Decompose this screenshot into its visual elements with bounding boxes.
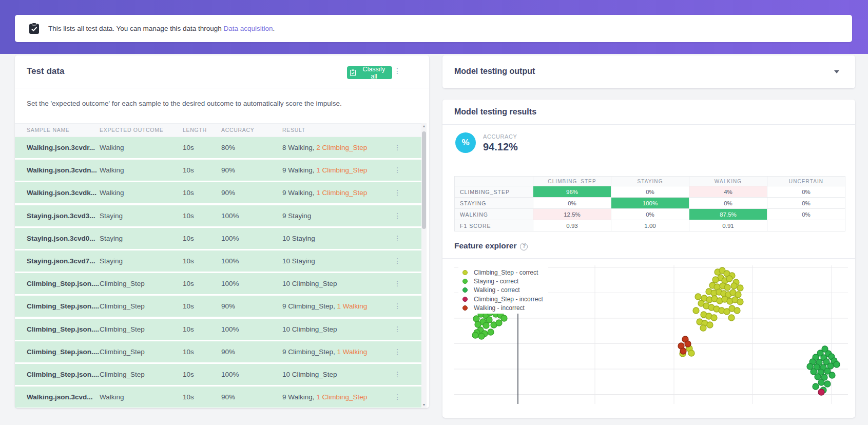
scrollbar-thumb[interactable] (422, 131, 426, 229)
legend-item[interactable]: Climbing_Step - incorrect (459, 295, 543, 303)
data-point[interactable] (688, 350, 695, 356)
data-point[interactable] (712, 277, 719, 283)
scroll-down-icon[interactable]: ▼ (421, 402, 427, 408)
classify-all-button[interactable]: Classify all (347, 66, 392, 79)
data-point[interactable] (726, 276, 732, 282)
row-menu-icon[interactable]: ⋮ (392, 228, 402, 249)
data-acquisition-link[interactable]: Data acquisition (223, 25, 273, 32)
table-row[interactable]: Walking.json.3cvd...Walking10s90%9 Walki… (15, 387, 422, 408)
table-row[interactable]: Climbing_Step.json....Climbing_Step10s10… (15, 364, 422, 385)
row-menu-icon[interactable]: ⋮ (392, 182, 402, 203)
data-point[interactable] (834, 361, 840, 368)
scroll-up-icon[interactable]: ▲ (421, 123, 427, 129)
table-row[interactable]: Climbing_Step.json....Climbing_Step10s90… (15, 341, 422, 362)
cell-sample-name: Staying.json.3cvd3... (27, 205, 95, 226)
cell-length: 10s (183, 137, 194, 158)
data-point[interactable] (486, 317, 492, 323)
data-point[interactable] (478, 333, 485, 339)
data-point[interactable] (815, 374, 821, 380)
data-point[interactable] (724, 284, 730, 291)
legend-item[interactable]: Climbing_Step - correct (459, 268, 543, 277)
data-point[interactable] (695, 294, 701, 300)
result-correct: 9 Walking, (282, 166, 315, 174)
data-point[interactable] (737, 299, 743, 305)
data-point[interactable] (680, 348, 686, 354)
legend-item[interactable]: Walking - incorrect (459, 304, 543, 313)
result-incorrect: 1 Walking (335, 302, 368, 310)
feature-explorer-chart[interactable]: Climbing_Step - correctStaying - correct… (454, 265, 848, 404)
help-icon[interactable]: ? (520, 243, 528, 250)
table-row[interactable]: Staying.json.3cvd0...Staying10s100%10 St… (15, 228, 422, 249)
result-incorrect: 1 Walking (335, 348, 368, 356)
data-point[interactable] (737, 285, 743, 291)
result-correct: 10 Climbing_Step (282, 325, 337, 333)
table-row[interactable]: Walking.json.3cvdn...Walking10s90%9 Walk… (15, 160, 422, 181)
data-point[interactable] (707, 322, 713, 328)
data-point[interactable] (818, 389, 824, 395)
confusion-matrix: CLIMBING_STEPSTAYINGWALKINGUNCERTAINCLIM… (454, 176, 845, 231)
chevron-down-icon[interactable] (834, 70, 839, 73)
row-menu-icon[interactable]: ⋮ (392, 341, 402, 362)
table-row[interactable]: Climbing_Step.json....Climbing_Step10s10… (15, 319, 422, 340)
data-point[interactable] (483, 322, 489, 329)
legend-item[interactable]: Walking - correct (459, 286, 543, 295)
result-correct: 8 Walking, (282, 144, 315, 151)
data-point[interactable] (813, 383, 819, 390)
row-menu-icon[interactable]: ⋮ (392, 296, 402, 317)
data-point[interactable] (728, 315, 735, 321)
table-row[interactable]: Walking.json.3cvdr...Walking10s80%8 Walk… (15, 137, 422, 158)
model-testing-output-panel[interactable]: Model testing output (442, 55, 855, 88)
table-row[interactable]: Climbing_Step.json....Climbing_Step10s90… (15, 296, 422, 317)
cell-result: 9 Walking, 1 Climbing_Step (282, 160, 367, 181)
table-row[interactable]: Walking.json.3cvdk...Walking10s90%9 Walk… (15, 182, 422, 203)
data-point[interactable] (496, 320, 502, 326)
result-correct: 9 Walking, (282, 189, 315, 197)
table-scrollbar[interactable]: ▲ ▼ (421, 123, 427, 408)
test-data-panel: Test data Classify all ⋮ Set the 'expect… (15, 55, 429, 408)
data-point[interactable] (472, 332, 478, 338)
cell-accuracy: 90% (221, 341, 235, 362)
row-menu-icon[interactable]: ⋮ (392, 319, 402, 340)
data-point[interactable] (734, 307, 740, 314)
table-row[interactable]: Staying.json.3cvd7...Staying10s100%10 St… (15, 250, 422, 272)
panel-menu-icon[interactable]: ⋮ (392, 67, 402, 75)
cell-result: 9 Climbing_Step, 1 Walking (282, 341, 367, 362)
row-menu-icon[interactable]: ⋮ (392, 160, 402, 181)
cell-accuracy: 80% (221, 137, 235, 158)
cell-result: 9 Walking, 1 Climbing_Step (282, 182, 367, 203)
data-point[interactable] (693, 307, 699, 314)
data-point[interactable] (811, 369, 817, 375)
matrix-corner-cell (455, 177, 533, 186)
cell-sample-name: Climbing_Step.json.... (27, 364, 99, 385)
data-point[interactable] (700, 325, 706, 331)
row-menu-icon[interactable]: ⋮ (392, 250, 402, 272)
row-menu-icon[interactable]: ⋮ (392, 205, 402, 226)
matrix-cell: 100% (611, 198, 689, 209)
table-row[interactable]: Climbing_Step.json....Climbing_Step10s10… (15, 273, 422, 294)
cell-accuracy: 100% (221, 228, 239, 249)
column-expected-outcome: EXPECTED OUTCOME (100, 124, 163, 136)
cell-result: 9 Walking, 1 Climbing_Step (282, 387, 367, 408)
data-point[interactable] (473, 316, 479, 322)
data-point[interactable] (824, 381, 831, 387)
result-incorrect: 1 Climbing_Step (315, 189, 368, 197)
row-menu-icon[interactable]: ⋮ (392, 273, 402, 294)
result-correct: 9 Climbing_Step, (282, 302, 335, 310)
matrix-cell (767, 220, 845, 231)
data-point[interactable] (475, 321, 481, 327)
legend-item[interactable]: Staying - correct (459, 277, 543, 285)
row-menu-icon[interactable]: ⋮ (392, 387, 402, 408)
cell-length: 10s (183, 296, 194, 317)
data-point[interactable] (731, 283, 737, 289)
data-point[interactable] (488, 329, 494, 335)
data-point[interactable] (501, 315, 507, 321)
data-point[interactable] (818, 379, 824, 385)
data-point[interactable] (829, 372, 835, 378)
data-point[interactable] (685, 341, 691, 347)
row-menu-icon[interactable]: ⋮ (392, 364, 402, 385)
cell-expected-outcome: Walking (100, 387, 124, 408)
row-menu-icon[interactable]: ⋮ (392, 137, 402, 158)
data-point[interactable] (711, 315, 717, 321)
table-row[interactable]: Staying.json.3cvd3...Staying10s100%9 Sta… (15, 205, 422, 226)
cell-length: 10s (183, 250, 194, 272)
